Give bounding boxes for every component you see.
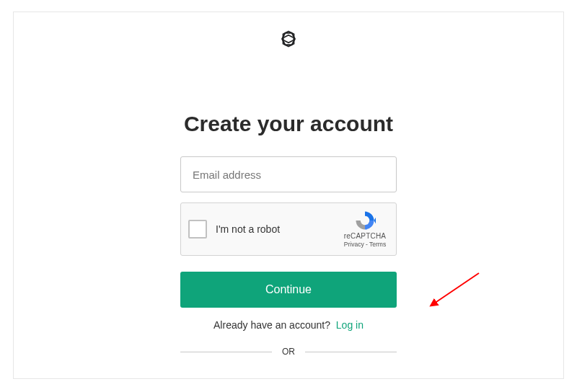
divider-line-right xyxy=(305,352,397,352)
svg-marker-0 xyxy=(374,218,376,224)
recaptcha-legal-links[interactable]: Privacy - Terms xyxy=(344,241,386,248)
logo-container xyxy=(14,12,563,50)
recaptcha-checkbox[interactable] xyxy=(188,220,207,239)
divider-text: OR xyxy=(282,347,295,357)
openai-logo-icon xyxy=(278,28,299,50)
svg-line-1 xyxy=(434,273,479,303)
recaptcha-icon xyxy=(354,210,376,232)
login-prompt-row: Already have an account? Log in xyxy=(213,319,364,331)
continue-button[interactable]: Continue xyxy=(180,272,397,308)
recaptcha-label: I'm not a robot xyxy=(216,223,341,235)
signup-form: Create your account I'm not a robot reCA… xyxy=(173,112,404,357)
email-field[interactable] xyxy=(180,156,397,192)
recaptcha-badge: reCAPTCHA Privacy - Terms xyxy=(341,210,389,248)
annotation-arrow-icon xyxy=(428,269,486,312)
signup-page: Create your account I'm not a robot reCA… xyxy=(13,12,564,379)
divider-row: OR xyxy=(180,347,397,357)
login-link[interactable]: Log in xyxy=(336,319,364,331)
recaptcha-box: I'm not a robot reCAPTCHA Privacy - Term… xyxy=(180,202,397,256)
page-title: Create your account xyxy=(184,112,393,136)
recaptcha-brand-text: reCAPTCHA xyxy=(344,232,386,241)
divider-line-left xyxy=(180,352,272,352)
login-prompt-text: Already have an account? xyxy=(213,319,330,331)
